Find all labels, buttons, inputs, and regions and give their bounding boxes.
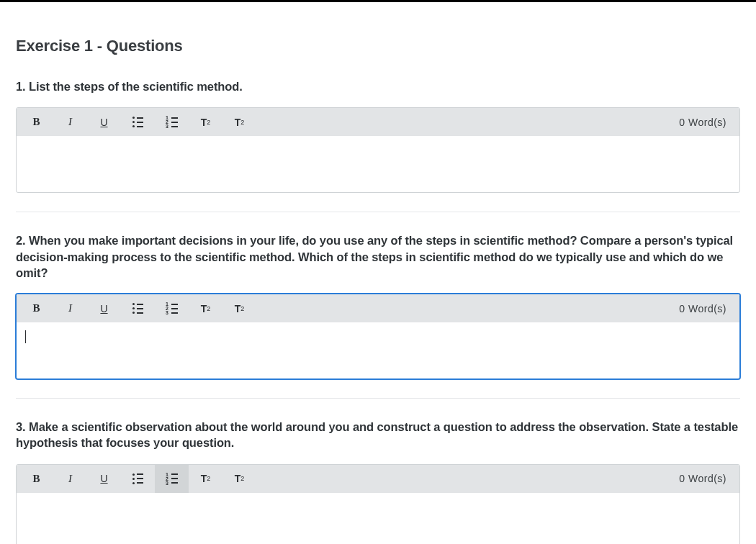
page-content: Exercise 1 - Questions 1. List the steps…	[0, 2, 756, 544]
subscript-button[interactable]: T2	[222, 108, 256, 136]
bullet-list-button[interactable]	[121, 465, 155, 493]
ordered-list-icon: 1 2 3	[166, 303, 178, 314]
word-count: 0 Word(s)	[679, 303, 737, 314]
ordered-list-button[interactable]: 1 2 3	[155, 465, 189, 493]
editor-toolbar: B I U 1 2 3	[17, 465, 739, 493]
subscript-button[interactable]: T2	[222, 294, 256, 322]
editor-toolbar: B I U 1 2 3	[17, 294, 739, 322]
editor-textarea[interactable]	[17, 136, 739, 192]
question-block: 2. When you make important decisions in …	[16, 232, 740, 399]
underline-button[interactable]: U	[87, 294, 121, 322]
exercise-title: Exercise 1 - Questions	[16, 37, 740, 55]
bold-button[interactable]: B	[19, 294, 53, 322]
editor-toolbar: B I U 1 2 3	[17, 108, 739, 136]
question-prompt: 1. List the steps of the scientific meth…	[16, 78, 740, 94]
editor-textarea[interactable]	[17, 493, 739, 544]
question-block: 1. List the steps of the scientific meth…	[16, 78, 740, 212]
word-count: 0 Word(s)	[679, 117, 737, 128]
question-block: 3. Make a scientific observation about t…	[16, 419, 740, 544]
rich-text-editor: B I U 1 2 3	[16, 294, 740, 379]
italic-button[interactable]: I	[53, 108, 87, 136]
superscript-button[interactable]: T2	[189, 465, 222, 493]
superscript-button[interactable]: T2	[189, 108, 222, 136]
word-count: 0 Word(s)	[679, 473, 737, 484]
bullet-list-icon	[132, 303, 143, 314]
underline-button[interactable]: U	[87, 465, 121, 493]
editor-textarea[interactable]	[17, 322, 739, 378]
bold-button[interactable]: B	[19, 465, 53, 493]
italic-button[interactable]: I	[53, 465, 87, 493]
ordered-list-icon: 1 2 3	[166, 117, 178, 127]
rich-text-editor: B I U 1 2 3	[16, 107, 740, 193]
ordered-list-icon: 1 2 3	[166, 473, 178, 484]
bold-button[interactable]: B	[19, 108, 53, 136]
bullet-list-icon	[132, 117, 143, 127]
bullet-list-button[interactable]	[121, 294, 155, 322]
bullet-list-button[interactable]	[121, 108, 155, 136]
bullet-list-icon	[132, 473, 143, 484]
question-prompt: 3. Make a scientific observation about t…	[16, 419, 740, 451]
rich-text-editor: B I U 1 2 3	[16, 464, 740, 544]
underline-button[interactable]: U	[87, 108, 121, 136]
superscript-button[interactable]: T2	[189, 294, 222, 322]
ordered-list-button[interactable]: 1 2 3	[155, 294, 189, 322]
question-prompt: 2. When you make important decisions in …	[16, 232, 740, 281]
ordered-list-button[interactable]: 1 2 3	[155, 108, 189, 136]
subscript-button[interactable]: T2	[222, 465, 256, 493]
italic-button[interactable]: I	[53, 294, 87, 322]
